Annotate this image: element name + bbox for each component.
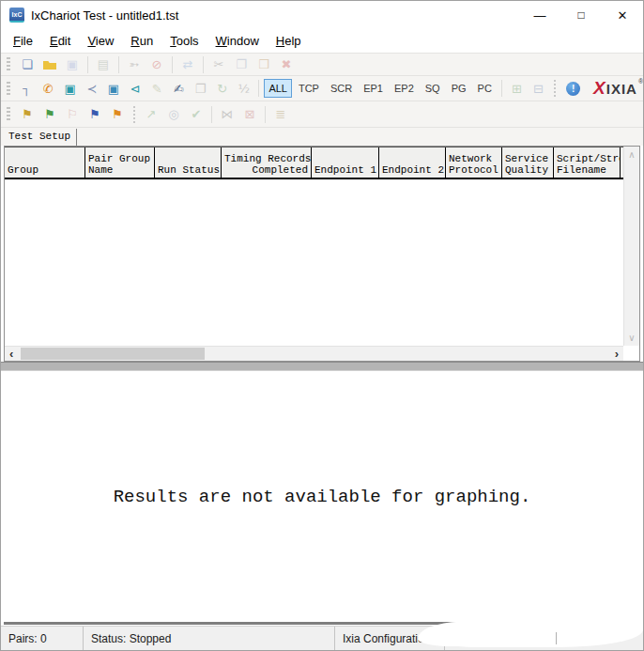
column-header-endpoint-2[interactable]: Endpoint 2 (379, 147, 446, 178)
window-controls: — □ ✕ (519, 1, 643, 29)
statusbar-separator (556, 632, 557, 644)
menu-help[interactable]: Help (268, 31, 310, 51)
pane-splitter[interactable] (1, 362, 643, 371)
status-run-state: Status: Stopped (84, 627, 335, 650)
menu-window[interactable]: Window (207, 31, 268, 51)
pair-verify-icon: ✔ (185, 105, 207, 124)
print-icon: ▤ (92, 55, 115, 74)
filter-pc-button[interactable]: PC (473, 79, 497, 98)
toolbar-separator (87, 56, 88, 73)
graph-pane: Results are not available for graphing. (1, 371, 643, 622)
test-wizard-flag-icon[interactable]: ⚑ (38, 105, 61, 124)
window-title: IxChariot Test - untitled1.tst (31, 8, 178, 23)
status-pairs: Pairs: 0 (1, 627, 84, 650)
toolbar-separator (133, 106, 135, 123)
add-voip-multicast-icon[interactable]: ⊲ (125, 79, 146, 98)
copy-icon: ❐ (230, 55, 253, 74)
add-multicast-group-icon[interactable]: ≺ (81, 79, 102, 98)
column-header-endpoint-1[interactable]: Endpoint 1 (312, 147, 379, 178)
pair-join-icon: ⋈ (216, 105, 238, 124)
title-bar: IxC IxChariot Test - untitled1.tst — □ ✕ (1, 1, 643, 29)
app-window: IxC IxChariot Test - untitled1.tst — □ ✕… (0, 0, 644, 651)
horizontal-scroll-thumb[interactable] (21, 348, 205, 360)
minimize-icon[interactable]: — (519, 1, 560, 29)
scroll-down-icon[interactable]: ∨ (628, 330, 635, 346)
tab-test-setup[interactable]: Test Setup (3, 129, 77, 146)
vertical-scrollbar[interactable]: ∧ ∨ (623, 147, 639, 346)
filter-tcp-button[interactable]: TCP (294, 79, 324, 98)
close-icon[interactable]: ✕ (602, 1, 643, 29)
toolbar-separator (501, 80, 502, 97)
toolbar-grip[interactable] (7, 82, 10, 96)
filter-pg-button[interactable]: PG (447, 79, 471, 98)
paste-icon: ❒ (253, 55, 275, 74)
menu-tools[interactable]: Tools (161, 31, 207, 51)
cut-icon: ✂ (207, 55, 230, 74)
test-voip-flag-icon[interactable]: ⚑ (106, 105, 129, 124)
pair-split-icon: ⊠ (238, 105, 261, 124)
menu-edit[interactable]: Edit (41, 31, 79, 51)
column-header-timing-records-completed[interactable]: Timing RecordsCompleted (222, 147, 312, 178)
menu-view[interactable]: View (79, 31, 122, 51)
column-header-run-status[interactable]: Run Status (155, 147, 222, 178)
menu-file[interactable]: File (5, 31, 41, 51)
scroll-left-icon[interactable]: ‹ (5, 347, 18, 361)
add-video-pair-icon[interactable]: ▣ (59, 79, 81, 98)
column-header-pair-group-name[interactable]: Pair GroupName (85, 147, 155, 178)
reload-pairs-icon: ⇄ (176, 55, 199, 74)
swap-endpoints-icon: ↻ (211, 79, 233, 98)
add-hardware-pair-icon[interactable]: ✍ (168, 79, 190, 98)
toolbar-separator (172, 56, 173, 73)
filter-ep1-button[interactable]: EP1 (359, 79, 388, 98)
filter-all-button[interactable]: ALL (264, 79, 292, 98)
about-info-icon[interactable]: ! (566, 82, 580, 96)
run-test-icon: ➳ (123, 55, 146, 74)
toolbar-grip[interactable] (7, 107, 10, 121)
filter-ep2-button[interactable]: EP2 (390, 79, 419, 98)
column-header-service-quality[interactable]: ServiceQuality (502, 147, 554, 178)
add-pair-icon[interactable]: ┐ (16, 79, 38, 98)
menu-bar: FileEditViewRunToolsWindowHelp (1, 29, 643, 54)
toolbar-grip[interactable] (7, 57, 10, 71)
open-test-icon[interactable] (38, 55, 61, 74)
toolbar-test: ⚑⚑⚐⚑⚑↗◎✔⋈⊠≣ (1, 101, 643, 128)
filter-sq-button[interactable]: SQ (421, 79, 445, 98)
new-test-icon[interactable]: ❏ (16, 55, 38, 74)
column-header-network-protocol[interactable]: NetworkProtocol (446, 147, 502, 178)
column-header-group[interactable]: Group (5, 147, 85, 178)
edit-pair-icon: ✎ (146, 79, 168, 98)
tab-strip: Test Setup (1, 128, 643, 146)
pair-link-icon: ↗ (140, 105, 162, 124)
pair-table-header: GroupPair GroupNameRun StatusTiming Reco… (5, 147, 623, 179)
toolbar-separator (118, 56, 119, 73)
add-video-multicast-icon[interactable]: ▣ (102, 79, 124, 98)
toolbar-separator (258, 80, 259, 97)
menu-run[interactable]: Run (122, 31, 161, 51)
test-folder-flag-icon[interactable]: ⚑ (16, 105, 38, 124)
column-header-script-stream-filename[interactable]: Script/StreamFilename (554, 147, 621, 178)
graph-unavailable-message: Results are not available for graphing. (114, 487, 531, 507)
add-voip-pair-icon[interactable]: ✆ (38, 79, 59, 98)
test-clear-flag-icon: ⚐ (61, 105, 84, 124)
horizontal-scrollbar[interactable]: ‹ › (5, 346, 623, 361)
save-test-icon: ▣ (61, 55, 84, 74)
renumber-pairs-icon: ½ (233, 79, 254, 98)
toolbar-pairs: ┐✆▣≺▣⊲✎✍❐↻½ALLTCPSCREP1EP2SQPGPC⊞⊟!XIXIA… (1, 76, 643, 101)
remove-endpoint-list-icon: ⊟ (528, 79, 549, 98)
toolbar-separator (265, 106, 266, 123)
toolbar-file: ❏▣▤➳⊘⇄✂❐❒✖ (1, 54, 643, 76)
toolbar-separator (211, 106, 212, 123)
pair-stack-icon: ≣ (269, 105, 292, 124)
pair-view-icon: ◎ (162, 105, 185, 124)
pair-table: GroupPair GroupNameRun StatusTiming Reco… (4, 146, 640, 362)
ixia-logo: XIXIA® (593, 78, 643, 99)
filter-scr-button[interactable]: SCR (326, 79, 357, 98)
add-endpoint-list-icon: ⊞ (506, 79, 528, 98)
test-pairs-flag-icon[interactable]: ⚑ (84, 105, 106, 124)
scroll-right-icon[interactable]: › (610, 347, 623, 361)
toolbar-separator (554, 80, 556, 97)
scroll-up-icon[interactable]: ∧ (628, 147, 635, 163)
pair-table-body[interactable] (5, 179, 623, 346)
app-icon: IxC (9, 8, 24, 23)
maximize-icon[interactable]: □ (560, 1, 602, 29)
